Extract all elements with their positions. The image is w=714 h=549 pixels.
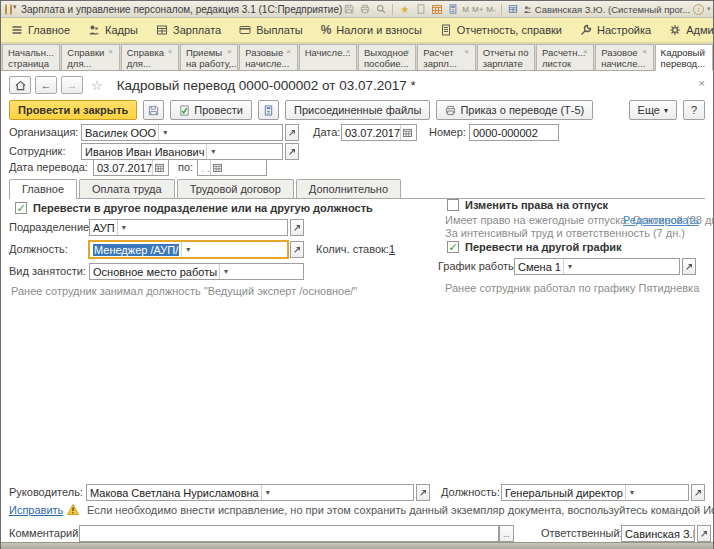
transfer-date-field[interactable]: 03.07.2017 (93, 159, 169, 176)
main-menu-button[interactable] (10, 4, 12, 15)
responsible-open-button[interactable] (697, 525, 711, 542)
favorite-star-icon[interactable]: ☆ (91, 78, 103, 93)
tab-razovoe-nachislenie[interactable]: ×Разовоеначисле... (595, 44, 653, 70)
memory-mminus-button[interactable]: M- (486, 5, 495, 14)
tab-raschetny-listok[interactable]: ×Расчетн...листок (536, 44, 594, 70)
tab-raschet-zarplaty[interactable]: ×Расчетзарпл... (417, 44, 475, 70)
rates-value-link[interactable]: 1 (389, 243, 395, 255)
org-open-button[interactable] (285, 124, 299, 141)
menu-settings[interactable]: Настройка (580, 24, 651, 36)
tab-spravki-dlya[interactable]: ×Справкидля... (61, 44, 119, 70)
info-dropdown-icon[interactable]: ▾ (707, 5, 711, 13)
close-icon[interactable]: × (519, 46, 533, 57)
tab-oplata-truda[interactable]: Оплата труда (79, 179, 175, 198)
menu-administration[interactable]: Администрирование (669, 24, 714, 36)
app-logo-icon[interactable] (5, 4, 7, 15)
to-date-field[interactable]: . . (197, 159, 267, 176)
date-field[interactable]: 03.07.2017 (341, 124, 417, 141)
preview-icon[interactable] (374, 3, 387, 15)
dropdown-icon[interactable]: ▾ (261, 485, 274, 500)
print-order-button[interactable]: Приказ о переводе (Т-5) (436, 100, 593, 120)
manager-open-button[interactable] (416, 484, 430, 501)
menu-reports[interactable]: Отчетность, справки (440, 24, 562, 36)
dropdown-icon[interactable]: ▾ (117, 220, 130, 235)
fix-link[interactable]: Исправить (9, 504, 63, 516)
menu-main[interactable]: Главное (11, 24, 70, 36)
dropdown-icon[interactable]: ▾ (181, 242, 194, 257)
memory-m-button[interactable]: M (462, 5, 469, 14)
menu-taxes[interactable]: %Налоги и взносы (321, 23, 422, 37)
manager-position-field[interactable]: Генеральный директор▾ (501, 484, 689, 501)
save-button[interactable] (143, 100, 164, 120)
department-open-button[interactable] (290, 219, 304, 236)
current-user[interactable]: Савинская З.Ю. (Системный прог... (523, 4, 690, 15)
save-icon[interactable] (342, 3, 355, 15)
attached-files-button[interactable]: Присоединенные файлы (285, 100, 430, 120)
comment-field[interactable] (79, 525, 499, 542)
vacation-rights-checkbox[interactable]: Изменить права на отпуск (447, 199, 608, 211)
dropdown-icon[interactable]: ▾ (158, 125, 171, 140)
org-field[interactable]: Василек ООО▾ (81, 124, 283, 141)
form-close-icon[interactable]: × (699, 77, 705, 89)
dropdown-icon[interactable]: ▾ (206, 144, 219, 159)
close-icon[interactable]: × (400, 46, 414, 57)
schedule-field[interactable]: Смена 1▾ (514, 258, 680, 275)
close-icon[interactable]: × (697, 46, 711, 57)
comment-expand-button[interactable]: ... (499, 525, 514, 542)
close-icon[interactable]: × (282, 46, 296, 57)
dropdown-icon[interactable]: ▾ (625, 485, 638, 500)
tab-otchety-po-zarplate[interactable]: ×Отчеты позарплате (477, 44, 535, 70)
employee-open-button[interactable] (285, 143, 299, 160)
tab-trudovoy-dogovor[interactable]: Трудовой договор (177, 179, 294, 198)
post-and-close-button[interactable]: Провести и закрыть (9, 100, 137, 120)
tab-razovye-nachisleniya[interactable]: ×Разовыеначисле... (239, 44, 297, 70)
info-icon[interactable]: i (693, 4, 704, 15)
schedule-open-button[interactable] (682, 258, 696, 275)
memory-mplus-button[interactable]: M+ (472, 5, 483, 14)
schedule-checkbox[interactable]: ✓ Перевести на другой график (447, 241, 622, 253)
close-icon[interactable]: × (578, 46, 592, 57)
responsible-field[interactable]: Савинская З.Ю. (Систем▾ (621, 525, 695, 542)
menu-payments[interactable]: Выплаты (239, 24, 302, 36)
tab-glavnoe[interactable]: Главное (9, 179, 77, 198)
employee-field[interactable]: Иванов Иван Иванович▾ (81, 143, 283, 160)
dropdown-icon[interactable]: ▾ (563, 259, 576, 274)
calendar-icon[interactable] (152, 160, 166, 175)
edit-vacation-link[interactable]: Редактировать (623, 214, 699, 226)
close-icon[interactable]: × (222, 46, 236, 57)
calendar-icon[interactable] (430, 3, 443, 15)
department-field[interactable]: АУП▾ (89, 219, 288, 236)
home-button[interactable] (9, 76, 31, 94)
transfer-checkbox[interactable]: ✓ Перевести в другое подразделение или н… (15, 202, 373, 214)
dropdown-icon[interactable]: ▾ (219, 264, 232, 279)
close-icon[interactable]: × (341, 46, 355, 57)
favorites-page-icon[interactable] (414, 3, 427, 15)
calculator-icon[interactable] (446, 3, 459, 15)
close-icon[interactable]: × (104, 46, 118, 57)
menu-salary[interactable]: Зарплата (156, 24, 221, 36)
add-favorite-icon[interactable]: ★ (398, 3, 411, 15)
back-button[interactable]: ← (35, 76, 57, 94)
menu-personnel[interactable]: Кадры (88, 24, 138, 36)
tab-dopolnitelno[interactable]: Дополнительно (296, 179, 401, 198)
close-icon[interactable]: × (163, 46, 177, 57)
employment-field[interactable]: Основное место работы▾ (89, 263, 304, 280)
tab-nachislenie[interactable]: ×Начисле... (299, 44, 357, 70)
position-open-button[interactable] (290, 241, 304, 258)
tab-priemy-na-rabotu[interactable]: ×Приемына работу,... (180, 44, 238, 70)
help-button[interactable]: ? (683, 100, 705, 120)
forward-button[interactable]: → (61, 76, 83, 94)
position-field[interactable]: Менеджер /АУП/▾ (89, 241, 288, 258)
close-icon[interactable]: × (460, 46, 474, 57)
tab-kadrovy-perevod[interactable]: ×Кадровыйперевод... (655, 44, 713, 71)
manager-position-open-button[interactable] (691, 484, 705, 501)
dt-kt-button[interactable] (258, 100, 279, 120)
tab-home[interactable]: Начальн...страница (2, 44, 60, 70)
split-window-icon[interactable] (507, 3, 520, 15)
more-button[interactable]: Еще▾ (629, 100, 677, 120)
tab-spravka-dlya[interactable]: ×Справкадля... (121, 44, 179, 70)
post-button[interactable]: Провести (170, 100, 252, 120)
calendar-icon[interactable] (210, 160, 224, 175)
print-icon[interactable] (358, 3, 371, 15)
calendar-icon[interactable] (400, 125, 414, 140)
